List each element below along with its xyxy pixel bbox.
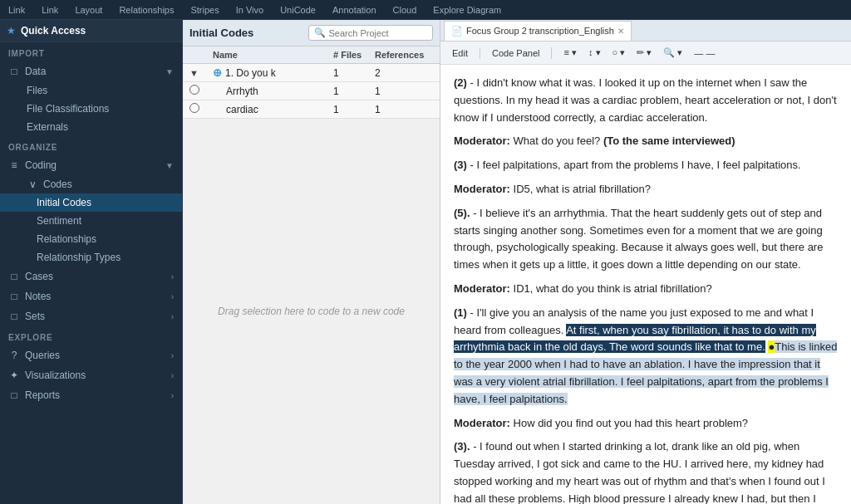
sidebar-item-externals-label: Externals: [27, 121, 174, 133]
sidebar-item-relationship-types[interactable]: Relationship Types: [0, 248, 182, 267]
sets-expand-icon: ›: [171, 312, 174, 321]
row-files: 1: [333, 67, 375, 79]
sidebar: ★ Quick Access IMPORT □ Data ▼ Files Fil…: [0, 20, 183, 504]
code-row-1[interactable]: ▼ ⊕ 1. Do you k 1 2: [183, 64, 440, 82]
para-2-num: (2): [454, 76, 467, 89]
sidebar-item-coding[interactable]: ≡ Coding ▼: [0, 155, 182, 175]
sidebar-item-sets[interactable]: □ Sets ›: [0, 306, 182, 326]
col-expand: [189, 50, 213, 60]
row-refs-arrhyth: 1: [375, 86, 433, 97]
sidebar-item-sentiment[interactable]: Sentiment: [0, 212, 182, 230]
col-files: # Files: [333, 50, 375, 60]
reports-icon: □: [8, 389, 20, 401]
reports-expand-icon: ›: [171, 391, 174, 400]
doc-moderator-3: Moderator: ID1, what do you think is atr…: [454, 281, 838, 298]
sidebar-item-queries[interactable]: ? Queries ›: [0, 345, 182, 365]
doc-tab-bar: 📄 Focus Group 2 transcription_English ✕: [440, 20, 851, 42]
sidebar-item-files[interactable]: Files: [0, 81, 182, 100]
coding-expand-icon: ▼: [165, 161, 174, 170]
notes-icon: □: [8, 291, 20, 302]
doc-para-3b: (3). - I found out when I started drinki…: [454, 438, 838, 504]
quick-access-label: Quick Access: [21, 25, 86, 37]
nav-layout[interactable]: Layout: [70, 3, 107, 17]
quick-access-icon: ★: [7, 25, 16, 37]
col-references: References: [375, 50, 433, 60]
sidebar-item-cases[interactable]: □ Cases ›: [0, 267, 182, 286]
nav-unicode[interactable]: UniCode: [275, 3, 321, 17]
sidebar-item-codes[interactable]: ∨ Codes: [0, 175, 182, 193]
queries-expand-icon: ›: [171, 351, 174, 360]
visualizations-icon: ✦: [8, 369, 20, 381]
codes-panel: Initial Codes 🔍 Name # Files References …: [183, 20, 440, 504]
edit-button[interactable]: Edit: [447, 46, 473, 60]
sidebar-item-visualizations-label: Visualizations: [25, 369, 166, 381]
toolbar-btn-c[interactable]: ○ ▾: [608, 46, 631, 60]
document-panel: 📄 Focus Group 2 transcription_English ✕ …: [440, 20, 851, 504]
sidebar-item-notes-label: Notes: [25, 291, 166, 302]
doc-para-3: (3) - I feel palpitations, apart from th…: [454, 157, 838, 174]
nav-annotation[interactable]: Annotation: [327, 3, 381, 17]
data-expand-icon: ▼: [165, 67, 174, 76]
sidebar-item-initial-codes[interactable]: Initial Codes: [0, 193, 182, 212]
sidebar-item-visualizations[interactable]: ✦ Visualizations ›: [0, 365, 182, 385]
doc-tab-close-btn[interactable]: ✕: [617, 27, 624, 36]
nav-stripes[interactable]: Stripes: [185, 3, 224, 17]
explore-section-header: EXPLORE: [0, 326, 182, 345]
sidebar-item-files-label: Files: [27, 85, 174, 96]
moderator-label-1: Moderator:: [454, 135, 510, 147]
para-3b-num: (3).: [454, 440, 470, 453]
sidebar-item-notes[interactable]: □ Notes ›: [0, 286, 182, 306]
row-name-cardiac: cardiac: [226, 104, 333, 115]
doc-moderator-2: Moderator: ID5, what is atrial fibrillat…: [454, 181, 838, 198]
toolbar-group-1: ≡ ▾ ↕ ▾ ○ ▾ ✏ ▾ 🔍 ▾ — —: [558, 46, 720, 60]
row-circle-arrhyth: [189, 85, 226, 97]
sidebar-quick-access[interactable]: ★ Quick Access: [0, 20, 182, 42]
notes-expand-icon: ›: [171, 292, 174, 301]
sidebar-item-sentiment-label: Sentiment: [37, 215, 174, 227]
col-name: Name: [213, 50, 333, 60]
toolbar-btn-e[interactable]: 🔍 ▾: [658, 46, 687, 60]
main-layout: ★ Quick Access IMPORT □ Data ▼ Files Fil…: [0, 20, 851, 504]
row-files-cardiac: 1: [333, 104, 375, 115]
codes-search-bar[interactable]: 🔍: [308, 25, 434, 41]
sidebar-item-externals[interactable]: Externals: [0, 118, 182, 136]
sidebar-item-codes-label: Codes: [43, 179, 174, 190]
codes-panel-title: Initial Codes: [189, 27, 303, 39]
import-section-header: IMPORT: [0, 42, 182, 61]
toolbar-btn-f[interactable]: — —: [689, 46, 720, 60]
coding-icon: ≡: [8, 159, 20, 171]
nav-cloud[interactable]: Cloud: [388, 3, 422, 17]
cases-icon: □: [8, 271, 20, 282]
toolbar-btn-a[interactable]: ≡ ▾: [558, 46, 581, 60]
sidebar-item-queries-label: Queries: [25, 350, 166, 361]
code-panel-button[interactable]: Code Panel: [487, 46, 545, 60]
sidebar-item-relationships[interactable]: Relationships: [0, 230, 182, 248]
drag-hint: Drag selection here to code to a new cod…: [183, 119, 440, 504]
para-3-num: (3): [454, 159, 467, 171]
search-input[interactable]: [329, 28, 428, 38]
sidebar-item-reports[interactable]: □ Reports ›: [0, 385, 182, 405]
toolbar-separator-1: [480, 47, 480, 59]
nav-explore-diagram[interactable]: Explore Diagram: [428, 3, 506, 17]
nav-link-1[interactable]: Link: [3, 3, 30, 17]
nav-link-2[interactable]: Link: [37, 3, 63, 17]
nav-invivo[interactable]: In Vivo: [231, 3, 268, 17]
highlight-yellow-dot: ●: [768, 340, 775, 353]
nav-relationships[interactable]: Relationships: [114, 3, 179, 17]
row-expand-icon: ▼: [189, 68, 213, 78]
sidebar-item-data[interactable]: □ Data ▼: [0, 61, 182, 81]
code-row-cardiac[interactable]: cardiac 1 1: [183, 100, 440, 119]
doc-para-2: (2) - I didn't know what it was. I looke…: [454, 75, 838, 126]
sidebar-item-file-classifications[interactable]: File Classifications: [0, 100, 182, 118]
toolbar-btn-b[interactable]: ↕ ▾: [583, 46, 606, 60]
row-references: 2: [375, 67, 433, 79]
row-name: ⊕ 1. Do you k: [213, 66, 333, 79]
doc-toolbar: Edit Code Panel ≡ ▾ ↕ ▾ ○ ▾ ✏ ▾ 🔍 ▾ — —: [440, 42, 851, 65]
toolbar-btn-d[interactable]: ✏ ▾: [632, 46, 657, 60]
sidebar-item-relationships-label: Relationships: [37, 233, 174, 245]
code-row-arrhyth[interactable]: Arrhyth 1 1: [183, 82, 440, 100]
top-navigation: Link Link Layout Relationships Stripes I…: [0, 0, 851, 20]
cases-expand-icon: ›: [171, 272, 174, 281]
doc-tab[interactable]: 📄 Focus Group 2 transcription_English ✕: [444, 21, 632, 41]
para-5-num: (5).: [454, 207, 470, 219]
